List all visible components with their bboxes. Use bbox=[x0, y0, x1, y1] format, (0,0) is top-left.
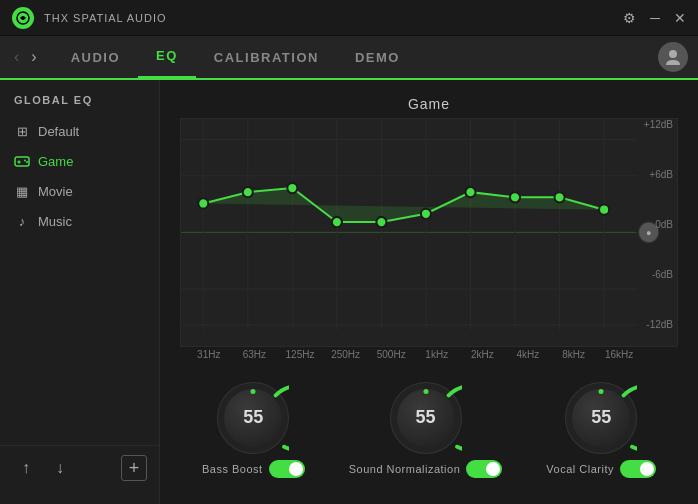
app-logo bbox=[12, 7, 34, 29]
default-icon: ⊞ bbox=[14, 123, 30, 139]
move-up-button[interactable]: ↑ bbox=[12, 454, 40, 482]
movie-icon: ▦ bbox=[14, 183, 30, 199]
music-icon: ♪ bbox=[14, 213, 30, 229]
sound-norm-knob[interactable]: 55 bbox=[390, 382, 462, 454]
svg-point-5 bbox=[24, 160, 26, 162]
sidebar-title: GLOBAL EQ bbox=[0, 94, 159, 116]
sidebar-item-game[interactable]: Game bbox=[0, 146, 159, 176]
sound-norm-value: 55 bbox=[415, 407, 435, 428]
eq-y-label-0: 0dB bbox=[655, 219, 673, 230]
eq-x-8khz: 8kHz bbox=[551, 349, 597, 360]
bass-boost-value: 55 bbox=[243, 407, 263, 428]
sidebar-item-music-label: Music bbox=[38, 214, 72, 229]
knob-dot bbox=[423, 389, 428, 394]
knob-dot bbox=[599, 389, 604, 394]
main-content: GLOBAL EQ ⊞ Default Game ▦ Movie ♪ bbox=[0, 80, 698, 504]
eq-x-4khz: 4kHz bbox=[505, 349, 551, 360]
svg-point-23 bbox=[198, 198, 208, 208]
eq-y-label-n6: -6dB bbox=[652, 269, 673, 280]
sidebar: GLOBAL EQ ⊞ Default Game ▦ Movie ♪ bbox=[0, 80, 160, 504]
svg-point-32 bbox=[599, 205, 609, 215]
sidebar-item-movie[interactable]: ▦ Movie bbox=[0, 176, 159, 206]
app-title: THX SPATIAL AUDIO bbox=[44, 12, 623, 24]
vocal-clarity-knob[interactable]: 55 bbox=[565, 382, 637, 454]
window-controls: ⚙ ─ ✕ bbox=[623, 10, 686, 26]
bass-boost-knob[interactable]: 55 bbox=[217, 382, 289, 454]
settings-icon[interactable]: ⚙ bbox=[623, 10, 636, 26]
nav-arrows: ‹ › bbox=[10, 46, 41, 68]
eq-y-label-6: +6dB bbox=[649, 169, 673, 180]
sidebar-item-music[interactable]: ♪ Music bbox=[0, 206, 159, 236]
game-icon bbox=[14, 153, 30, 169]
bass-boost-toggle[interactable] bbox=[269, 460, 305, 478]
svg-point-24 bbox=[243, 187, 253, 197]
eq-y-label-n12: -12dB bbox=[646, 319, 673, 330]
eq-area: Game bbox=[160, 80, 698, 504]
nav-back-arrow[interactable]: ‹ bbox=[10, 46, 23, 68]
knobs-section: 55 Bass Boost 55 Sound N bbox=[180, 360, 678, 494]
nav-forward-arrow[interactable]: › bbox=[27, 46, 40, 68]
sidebar-item-default[interactable]: ⊞ Default bbox=[0, 116, 159, 146]
user-avatar[interactable] bbox=[658, 42, 688, 72]
vocal-clarity-toggle-row: Vocal Clarity bbox=[546, 460, 656, 478]
eq-x-1khz: 1kHz bbox=[414, 349, 460, 360]
vocal-clarity-label: Vocal Clarity bbox=[546, 463, 614, 475]
bass-boost-toggle-row: Bass Boost bbox=[202, 460, 305, 478]
eq-x-250hz: 250Hz bbox=[323, 349, 369, 360]
vocal-clarity-toggle[interactable] bbox=[620, 460, 656, 478]
vocal-clarity-group: 55 Vocal Clarity bbox=[546, 382, 656, 478]
minimize-button[interactable]: ─ bbox=[650, 10, 660, 26]
svg-point-1 bbox=[669, 50, 677, 58]
svg-point-29 bbox=[465, 187, 475, 197]
sidebar-item-default-label: Default bbox=[38, 124, 79, 139]
eq-x-16khz: 16kHz bbox=[596, 349, 642, 360]
knob-dot bbox=[251, 389, 256, 394]
svg-point-25 bbox=[287, 183, 297, 193]
sidebar-item-game-label: Game bbox=[38, 154, 73, 169]
nav-item-audio[interactable]: AUDIO bbox=[53, 35, 138, 79]
eq-preset-title: Game bbox=[180, 96, 678, 112]
svg-point-6 bbox=[26, 161, 28, 163]
eq-chart[interactable]: ● +12dB +6dB 0dB -6dB -12dB bbox=[180, 118, 678, 347]
bass-boost-group: 55 Bass Boost bbox=[202, 382, 305, 478]
sidebar-item-movie-label: Movie bbox=[38, 184, 73, 199]
svg-point-28 bbox=[421, 209, 431, 219]
svg-point-31 bbox=[555, 192, 565, 202]
move-down-button[interactable]: ↓ bbox=[46, 454, 74, 482]
nav-item-calibration[interactable]: CALIBRATION bbox=[196, 35, 337, 79]
eq-x-63hz: 63Hz bbox=[232, 349, 278, 360]
eq-y-label-12: +12dB bbox=[644, 119, 673, 130]
sound-norm-toggle[interactable] bbox=[466, 460, 502, 478]
eq-x-2khz: 2kHz bbox=[460, 349, 506, 360]
nav-item-demo[interactable]: DEMO bbox=[337, 35, 418, 79]
sound-norm-label: Sound Normalization bbox=[349, 463, 461, 475]
sound-norm-toggle-row: Sound Normalization bbox=[349, 460, 503, 478]
eq-x-labels: 31Hz 63Hz 125Hz 250Hz 500Hz 1kHz 2kHz 4k… bbox=[180, 347, 678, 360]
svg-point-27 bbox=[376, 217, 386, 227]
bass-boost-label: Bass Boost bbox=[202, 463, 263, 475]
nav-bar: ‹ › AUDIO EQ CALIBRATION DEMO bbox=[0, 36, 698, 80]
close-button[interactable]: ✕ bbox=[674, 10, 686, 26]
nav-item-eq[interactable]: EQ bbox=[138, 35, 196, 79]
eq-x-500hz: 500Hz bbox=[368, 349, 414, 360]
eq-x-31hz: 31Hz bbox=[186, 349, 232, 360]
eq-x-125hz: 125Hz bbox=[277, 349, 323, 360]
sidebar-bottom: ↑ ↓ + bbox=[0, 445, 159, 490]
add-preset-button[interactable]: + bbox=[121, 455, 147, 481]
title-bar: THX SPATIAL AUDIO ⚙ ─ ✕ bbox=[0, 0, 698, 36]
sound-norm-group: 55 Sound Normalization bbox=[349, 382, 503, 478]
vocal-clarity-value: 55 bbox=[591, 407, 611, 428]
eq-y-labels: +12dB +6dB 0dB -6dB -12dB bbox=[644, 119, 673, 330]
svg-point-30 bbox=[510, 192, 520, 202]
svg-point-26 bbox=[332, 217, 342, 227]
